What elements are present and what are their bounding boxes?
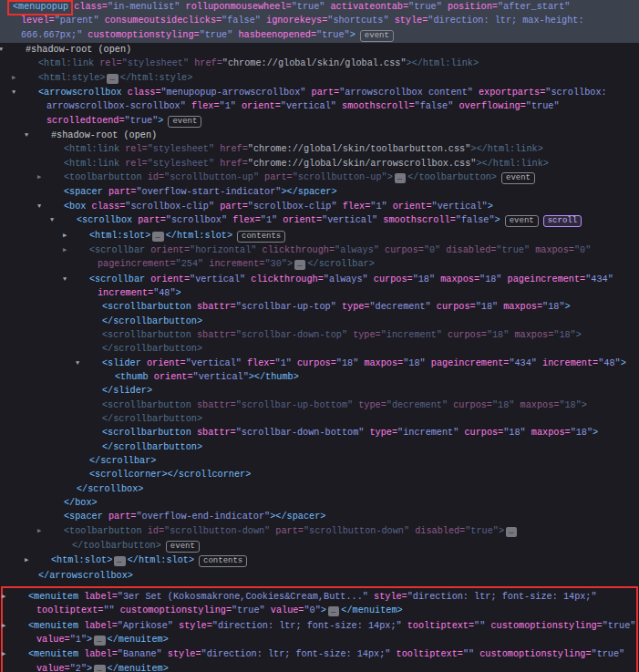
expand-arrow-closed-icon[interactable]: ▶ (55, 524, 64, 538)
shadow-root-label: #shadow-root (open) (51, 130, 157, 140)
markup-node-menuitem[interactable]: ▶<menuitem label="3er Set (Kokosmakrone,… (3, 590, 636, 619)
markup-node-html-slot[interactable]: ▶<html:slot>…</html:slot>contents (0, 229, 639, 243)
markup-node-scrollbarbutton[interactable]: <scrollbarbutton sbattr="scrollbar-down-… (0, 328, 639, 357)
event-badge[interactable]: event (501, 172, 535, 184)
markup-node-menuitem[interactable]: ▶<menuitem label="Aprikose" style="direc… (3, 619, 636, 648)
markup-node-scrollbarbutton[interactable]: <scrollbarbutton sbattr="scrollbar-up-to… (0, 300, 639, 328)
expand-arrow-closed-icon[interactable]: ▶ (42, 553, 51, 567)
collapsed-ellipsis-badge[interactable]: … (94, 665, 105, 672)
attribute-value: "in-menulist" (108, 2, 180, 12)
collapsed-ellipsis-badge[interactable]: … (328, 606, 339, 616)
markup-node-box[interactable]: ▼<box class="scrollbox-clip" part="scrol… (0, 200, 639, 213)
expand-arrow-closed-icon[interactable]: ▶ (29, 71, 38, 85)
attribute-name: href= (214, 159, 248, 169)
attribute-name: value= (36, 635, 70, 645)
tag-open-text: <scrollbox (77, 215, 132, 225)
attribute-name: rel= (94, 58, 122, 68)
tag-open-text: <toolbarbutton (64, 172, 142, 182)
closing-tag-box[interactable]: </box> (0, 496, 639, 510)
collapsed-ellipsis-badge[interactable]: … (506, 527, 517, 537)
expand-arrow-open-icon[interactable]: ▼ (55, 200, 64, 213)
attribute-value: "1" (261, 215, 277, 225)
attribute-value: "434" (585, 274, 613, 284)
event-badge[interactable]: event (360, 30, 394, 42)
markup-node-scrollbarbutton[interactable]: <scrollbarbutton sbattr="scrollbar-down-… (0, 426, 639, 454)
markup-node-spacer[interactable]: <spacer part="overflow-start-indicator">… (0, 185, 639, 199)
event-badge[interactable]: event (505, 215, 539, 227)
tag-bracket: > (87, 664, 92, 672)
attribute-name: rel= (119, 159, 148, 169)
attribute-name: curpos= (459, 428, 503, 438)
expand-arrow-open-icon[interactable]: ▼ (80, 273, 89, 286)
markup-node-arrowscrollbox[interactable]: ▼<arrowscrollbox class="menupopup-arrows… (0, 86, 639, 129)
markup-node-html-slot[interactable]: ▶<html:slot>…</html:slot>contents (0, 553, 639, 568)
attribute-value: "18" (503, 428, 525, 438)
markup-node-thumb[interactable]: <thumb orient="vertical"></thumb> (0, 370, 639, 384)
contents-badge[interactable]: contents (199, 555, 247, 567)
attribute-value: "false" (222, 16, 261, 26)
expand-arrow-open-icon[interactable]: ▼ (42, 129, 51, 142)
shadow-root-node[interactable]: ▼#shadow-root (open) (0, 129, 639, 142)
shadow-root-node[interactable]: ▼#shadow-root (open) (0, 43, 639, 57)
collapsed-ellipsis-badge[interactable]: … (114, 556, 125, 566)
markup-node-scrollbar[interactable]: ▼<scrollbar orient="vertical" clickthrou… (0, 273, 639, 301)
collapsed-ellipsis-badge[interactable]: … (395, 173, 406, 183)
collapsed-ellipsis-badge[interactable]: … (107, 74, 118, 84)
markup-node-html-link[interactable]: <html:link rel="stylesheet" href="chrome… (0, 142, 639, 156)
attribute-value: "vertical" (281, 101, 336, 111)
attribute-name: tooltiptext= (390, 649, 462, 659)
markup-node-menuitem[interactable]: ▶<menuitem label="Banane" style="directi… (3, 647, 636, 672)
closing-tag-slider[interactable]: </slider> (0, 384, 639, 398)
expand-arrow-open-icon[interactable]: ▼ (93, 357, 102, 370)
closing-tag-arrowscrollbox[interactable]: </arrowscrollbox> (0, 569, 639, 583)
markup-node-scrollbox[interactable]: ▼<scrollbox part="scrollbox" flex="1" or… (0, 213, 639, 228)
tag-open-text: <spacer (64, 187, 103, 197)
tag-bracket: > (350, 30, 356, 40)
attribute-name: label= (78, 621, 118, 631)
attribute-value: "always" (324, 274, 368, 284)
markup-node-html-style[interactable]: ▶<html:style>…</html:style> (0, 71, 639, 86)
closing-tag-scrollbox[interactable]: </scrollbox> (0, 482, 639, 496)
markup-node-scrollcorner[interactable]: <scrollcorner></scrollcorner> (0, 468, 639, 481)
markup-node-scrollbarbutton[interactable]: <scrollbarbutton sbattr="scrollbar-up-bo… (0, 398, 639, 427)
markup-node-html-link[interactable]: <html:link rel="stylesheet" href="chrome… (0, 57, 639, 70)
attribute-name: type= (353, 400, 386, 410)
tag-close-text: ></scrollcorner> (161, 470, 251, 480)
markup-node-spacer[interactable]: <spacer part="overflow-end-indicator"></… (0, 510, 639, 523)
attribute-name: exportparts= (473, 88, 545, 98)
expand-arrow-closed-icon[interactable]: ▶ (80, 229, 89, 243)
markup-node-html-link[interactable]: <html:link rel="stylesheet" href="chrome… (0, 157, 639, 171)
expand-arrow-closed-icon[interactable]: ▶ (19, 619, 28, 633)
expand-arrow-open-icon[interactable]: ▼ (4, 0, 13, 14)
tag-close-text: ></html:link> (476, 159, 548, 169)
attribute-value: "" (474, 621, 485, 631)
collapsed-ellipsis-badge[interactable]: … (94, 636, 105, 646)
expand-arrow-closed-icon[interactable]: ▶ (19, 590, 28, 604)
event-badge[interactable]: event (168, 116, 201, 128)
markup-node-slider[interactable]: ▼<slider orient="vertical" flex="1" curp… (0, 357, 639, 370)
tag-close-text: </toolbarbutton> (72, 541, 161, 551)
expand-arrow-closed-icon[interactable]: ▶ (55, 171, 64, 184)
tag-open-text: <html:link (38, 58, 94, 68)
scroll-badge[interactable]: scroll (543, 215, 582, 227)
contents-badge[interactable]: contents (237, 231, 285, 243)
collapsed-ellipsis-badge[interactable]: … (294, 260, 305, 270)
markup-node-toolbarbutton[interactable]: ▶<toolbarbutton id="scrollbutton-up" par… (0, 171, 639, 185)
tag-open-text: <scrollbar (89, 245, 145, 255)
expand-arrow-closed-icon[interactable]: ▶ (80, 243, 89, 257)
attribute-value: "false" (415, 101, 454, 111)
attribute-name: ignorekeys= (261, 16, 327, 26)
expand-arrow-open-icon[interactable]: ▼ (29, 86, 38, 99)
collapsed-ellipsis-badge[interactable]: … (152, 232, 163, 242)
markup-node-menupopup[interactable]: ▼<menupopup class="in-menulist" rollupon… (0, 0, 639, 43)
attribute-name: curpos= (431, 302, 476, 312)
expand-arrow-closed-icon[interactable]: ▶ (19, 647, 28, 661)
closing-tag-scrollbar[interactable]: </scrollbar> (0, 454, 639, 468)
attribute-name: orient= (145, 274, 190, 284)
devtools-inspector-panel: { "panel": "inspector-markup-view", "col… (0, 0, 639, 672)
expand-arrow-open-icon[interactable]: ▼ (67, 213, 77, 227)
event-badge[interactable]: event (166, 541, 200, 553)
markup-node-scrollbar[interactable]: ▶<scrollbar orient="horizontal" clickthr… (0, 243, 639, 273)
expand-arrow-open-icon[interactable]: ▼ (16, 43, 26, 57)
markup-node-toolbarbutton[interactable]: ▶<toolbarbutton id="scrollbutton-down" p… (0, 524, 639, 554)
